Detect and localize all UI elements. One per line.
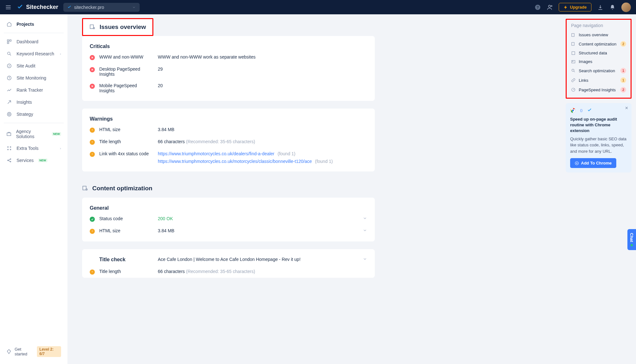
svg-point-19 bbox=[10, 147, 11, 148]
svg-point-5 bbox=[549, 5, 551, 7]
help-icon[interactable]: ? bbox=[535, 4, 541, 10]
logo-icon bbox=[17, 4, 24, 11]
row-label: Title length bbox=[99, 139, 153, 144]
nav-count: 2 bbox=[620, 41, 626, 47]
expand-icon[interactable] bbox=[363, 228, 367, 233]
sidebar-item-services[interactable]: ServicesNEW bbox=[0, 154, 67, 166]
home-icon bbox=[6, 21, 12, 27]
online-dot-icon bbox=[631, 244, 633, 246]
sidebar-item-label: Keyword Research bbox=[17, 51, 54, 56]
promo-title: Speed up on-page audit routine with Chro… bbox=[570, 116, 627, 134]
download-icon[interactable] bbox=[597, 4, 604, 10]
structured-icon bbox=[571, 51, 576, 55]
warning-row-links: Link with 4xx status code https://www.tr… bbox=[82, 148, 375, 172]
critical-row: Mobile PageSpeed Insights20 bbox=[82, 80, 375, 101]
right-panel: Page navigation Issues overview Content … bbox=[564, 14, 636, 364]
page-navigation: Page navigation Issues overview Content … bbox=[566, 19, 632, 99]
svg-point-24 bbox=[10, 161, 11, 162]
value-text: 200 OK bbox=[158, 216, 173, 221]
svg-point-16 bbox=[8, 113, 10, 115]
nav-item-structured[interactable]: Structured data bbox=[570, 49, 627, 57]
title-check-label: Title check bbox=[99, 257, 153, 262]
svg-point-23 bbox=[10, 159, 11, 160]
sidebar-item-agency[interactable]: Agency SolutionsNEW bbox=[0, 126, 67, 142]
warning-row: Title length66 characters (Recommended: … bbox=[82, 136, 375, 148]
value-hint: (Recommended: 35-65 characters) bbox=[186, 139, 255, 144]
ok-icon bbox=[90, 217, 95, 222]
sidebar-item-strategy[interactable]: Strategy bbox=[0, 108, 67, 120]
search-icon bbox=[6, 51, 12, 57]
sidebar-item-rank[interactable]: Rank Tracker bbox=[0, 84, 67, 96]
nav-count: 1 bbox=[620, 68, 626, 74]
title-check-card: Title check Ace Cafe London | Welcome to… bbox=[82, 249, 375, 278]
add-to-chrome-button[interactable]: Add To Chrome bbox=[570, 158, 616, 168]
dashboard-icon bbox=[6, 39, 12, 45]
sidebar-item-dashboard[interactable]: Dashboard bbox=[0, 36, 67, 48]
sidebar-item-insights[interactable]: Insights bbox=[0, 96, 67, 108]
expand-icon[interactable] bbox=[363, 257, 367, 261]
svg-point-18 bbox=[8, 147, 9, 148]
criticals-card: Criticals WWW and non-WWWWWW and non-WWW… bbox=[82, 36, 375, 101]
nav-item-overview[interactable]: Issues overview bbox=[570, 31, 627, 39]
expand-icon[interactable] bbox=[363, 216, 367, 220]
sidebar-item-label: Site Monitoring bbox=[17, 75, 46, 80]
svg-point-28 bbox=[93, 27, 95, 29]
overview-icon bbox=[89, 24, 96, 30]
row-label: Title length bbox=[99, 269, 153, 274]
chat-tab[interactable]: Chat bbox=[627, 229, 636, 250]
get-started-label: Get started bbox=[15, 347, 34, 356]
briefcase-icon bbox=[6, 131, 11, 137]
nav-item-pagespeed[interactable]: PageSpeed Insights2 bbox=[570, 85, 627, 94]
svg-line-12 bbox=[10, 54, 11, 55]
section-title: Content optimization bbox=[92, 185, 152, 192]
brand-logo[interactable]: Sitechecker bbox=[17, 4, 58, 11]
svg-point-20 bbox=[8, 149, 9, 150]
sidebar-footer[interactable]: Get started Level 2: 6/7 bbox=[0, 343, 67, 360]
divider bbox=[4, 123, 64, 123]
add-user-icon[interactable] bbox=[547, 4, 553, 10]
warnings-card: Warnings HTML size3.84 MB Title length66… bbox=[82, 108, 375, 172]
sidebar-item-keyword[interactable]: Keyword Research› bbox=[0, 48, 67, 60]
svg-line-26 bbox=[8, 161, 10, 162]
avatar[interactable] bbox=[621, 3, 631, 12]
row-value: 200 OK bbox=[158, 216, 358, 221]
sidebar-item-label: Rank Tracker bbox=[17, 88, 43, 93]
chrome-icon bbox=[570, 108, 576, 113]
sidebar-item-monitoring[interactable]: Site Monitoring bbox=[0, 72, 67, 84]
nav-item-images[interactable]: Images bbox=[570, 57, 627, 66]
nav-label: Content optimization bbox=[579, 42, 617, 46]
broken-link[interactable]: https://www.triumphmotorcycles.co.uk/dea… bbox=[158, 151, 274, 156]
promo-icons: ⟨⟩ bbox=[570, 108, 627, 113]
sidebar-projects[interactable]: Projects bbox=[0, 18, 67, 30]
nav-item-links[interactable]: Links1 bbox=[570, 75, 627, 85]
issues-overview-header: Issues overview bbox=[82, 18, 153, 36]
nav-item-content[interactable]: Content optimization2 bbox=[570, 39, 627, 49]
link-icon bbox=[571, 78, 576, 82]
row-value: 3.84 MB bbox=[158, 228, 358, 233]
overview-icon bbox=[571, 33, 576, 37]
found-count: (found 1) bbox=[315, 159, 333, 164]
title-length-row: Title length66 characters (Recommended: … bbox=[82, 266, 375, 278]
promo-card: ✕ ⟨⟩ Speed up on-page audit routine with… bbox=[566, 103, 632, 172]
row-label: HTML size bbox=[99, 127, 153, 132]
svg-rect-31 bbox=[572, 33, 574, 36]
warning-icon bbox=[90, 270, 95, 275]
upgrade-button[interactable]: Upgrade bbox=[559, 3, 591, 11]
site-selector[interactable]: sitechecker.pro bbox=[63, 3, 140, 12]
nav-item-search[interactable]: Search optimization1 bbox=[570, 66, 627, 75]
bell-icon[interactable] bbox=[609, 4, 616, 10]
svg-point-15 bbox=[7, 112, 11, 116]
lightning-icon bbox=[563, 5, 568, 10]
divider bbox=[4, 33, 64, 33]
sidebar-item-extra[interactable]: Extra Tools› bbox=[0, 142, 67, 154]
close-icon[interactable]: ✕ bbox=[625, 106, 628, 110]
row-label: HTML size bbox=[99, 228, 153, 233]
svg-text:?: ? bbox=[537, 5, 539, 9]
warning-icon bbox=[90, 128, 95, 133]
svg-rect-17 bbox=[7, 133, 11, 136]
broken-link[interactable]: https://www.triumphmotorcycles.co.uk/mot… bbox=[158, 159, 312, 164]
menu-icon[interactable] bbox=[5, 4, 11, 10]
nav-label: Issues overview bbox=[579, 32, 608, 37]
sidebar-item-audit[interactable]: Site Audit bbox=[0, 60, 67, 72]
section-title: Issues overview bbox=[100, 24, 146, 31]
